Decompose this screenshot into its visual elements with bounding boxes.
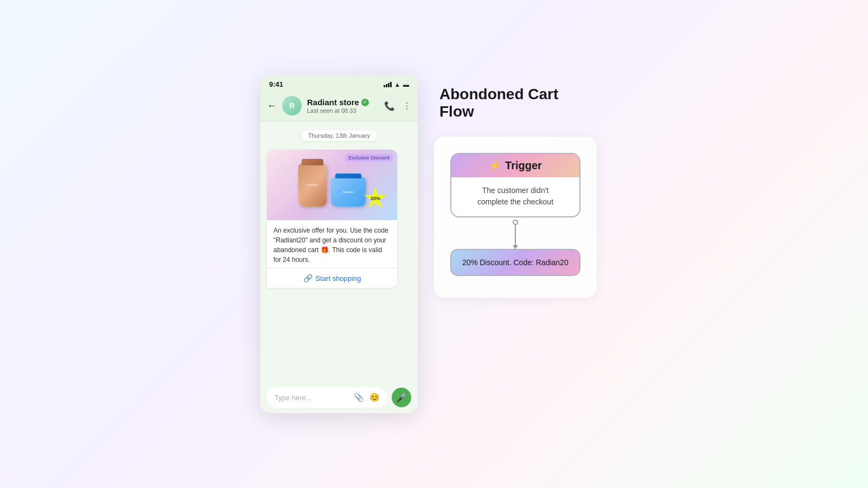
- trigger-description-line1: The customer didn't: [462, 185, 569, 196]
- start-shopping-label: Start shopping: [316, 274, 361, 282]
- connector-dot-icon: [513, 220, 518, 225]
- input-icons: 📎 😊: [354, 393, 380, 402]
- phone-status-bar: 9:41 ▲ ▬: [260, 75, 418, 92]
- wifi-icon: ▲: [394, 81, 400, 88]
- jar-tall-icon: Radiant: [298, 163, 327, 207]
- message-input[interactable]: Type here... 📎 😊: [267, 387, 387, 408]
- back-button[interactable]: ←: [267, 100, 277, 112]
- status-icons: ▲ ▬: [384, 81, 409, 88]
- message-text: An exclusive offer for you. Use the code…: [267, 220, 397, 268]
- more-options-button[interactable]: ⋮: [403, 101, 411, 111]
- flow-connector: [513, 220, 518, 247]
- signal-bar-3: [388, 83, 390, 87]
- trigger-node-header: ⚡ Trigger: [451, 154, 579, 177]
- flow-card: ⚡ Trigger The customer didn't complete t…: [434, 137, 597, 298]
- lightning-icon: ⚡: [489, 160, 501, 172]
- trigger-label: Trigger: [505, 159, 542, 172]
- emoji-icon[interactable]: 😊: [369, 393, 380, 402]
- trigger-description-line2: complete the checkout: [462, 196, 569, 208]
- input-placeholder-text: Type here...: [275, 394, 312, 402]
- flow-panel: Abondoned Cart Flow ⚡ Trigger The custom…: [418, 75, 613, 309]
- start-shopping-button[interactable]: 🔗 Start shopping: [267, 268, 397, 288]
- last-seen-status: Last seen at 08:33: [307, 107, 379, 114]
- trigger-node[interactable]: ⚡ Trigger The customer didn't complete t…: [450, 153, 580, 217]
- message-node-text: 20% Discount. Code: Radian20: [462, 258, 568, 267]
- whatsapp-header: ← R Radiant store ✓ Last seen at 08:33 📞…: [260, 92, 418, 121]
- product-image-area: Exclusive Discount Radiant Radiant 20%: [267, 150, 397, 220]
- contact-name: Radiant store ✓: [307, 98, 379, 107]
- mic-icon: 🎤: [396, 393, 407, 403]
- status-time: 9:41: [269, 80, 283, 88]
- contact-info: Radiant store ✓ Last seen at 08:33: [307, 98, 379, 114]
- signal-bar-1: [384, 85, 385, 87]
- flow-title: Abondoned Cart Flow: [434, 86, 597, 120]
- message-node[interactable]: 20% Discount. Code: Radian20: [450, 249, 580, 276]
- signal-bar-4: [390, 82, 392, 87]
- exclusive-discount-badge: Exclusive Discount: [345, 154, 393, 162]
- trigger-node-body: The customer didn't complete the checkou…: [451, 177, 579, 216]
- external-link-icon: 🔗: [303, 274, 312, 282]
- input-area: Type here... 📎 😊 🎤: [260, 382, 418, 413]
- main-container: 9:41 ▲ ▬ ← R Radiant store ✓: [260, 75, 608, 413]
- mic-button[interactable]: 🎤: [392, 388, 411, 407]
- jar-tall-label: Radiant: [307, 183, 318, 187]
- avatar: R: [282, 96, 302, 115]
- header-actions: 📞 ⋮: [384, 101, 411, 111]
- signal-bars-icon: [384, 82, 392, 87]
- call-button[interactable]: 📞: [384, 101, 395, 111]
- store-name-text: Radiant store: [307, 98, 359, 107]
- date-label: Thursday, 13th January: [302, 130, 377, 141]
- verified-badge-icon: ✓: [361, 99, 369, 106]
- phone-mockup: 9:41 ▲ ▬ ← R Radiant store ✓: [260, 75, 418, 413]
- chat-area: Thursday, 13th January Exclusive Discoun…: [260, 121, 418, 382]
- battery-icon: ▬: [403, 81, 409, 88]
- signal-bar-2: [386, 84, 387, 87]
- jar-wide-icon: Radiant: [331, 177, 366, 207]
- message-bubble: Exclusive Discount Radiant Radiant 20%: [267, 150, 397, 288]
- date-divider: Thursday, 13th January: [267, 130, 411, 141]
- starburst-text: 20%: [371, 196, 380, 201]
- jar-wide-label: Radiant: [343, 190, 354, 194]
- attachment-icon[interactable]: 📎: [354, 393, 364, 402]
- connector-line-icon: [515, 225, 516, 247]
- product-jars: Radiant Radiant: [293, 158, 371, 212]
